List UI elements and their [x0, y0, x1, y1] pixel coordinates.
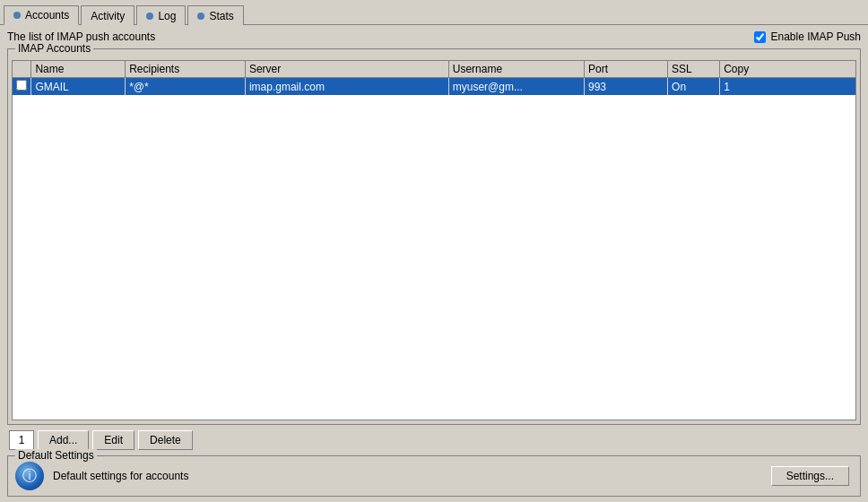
row-username: myuser@gm...	[448, 78, 584, 96]
enable-imap-push-label: Enable IMAP Push	[770, 30, 861, 43]
col-header-name: Name	[31, 61, 126, 78]
tab-stats-dot	[197, 13, 204, 20]
accounts-table-container[interactable]: Name Recipients Server Username Port SSL…	[12, 60, 856, 420]
tab-bar: Accounts Activity Log Stats	[0, 0, 868, 25]
list-description: The list of IMAP push accounts	[7, 30, 155, 43]
row-server: imap.gmail.com	[245, 78, 448, 96]
tab-stats-label: Stats	[209, 10, 233, 22]
table-header-row: Name Recipients Server Username Port SSL…	[13, 61, 855, 78]
tab-log[interactable]: Log	[136, 5, 186, 25]
top-row: The list of IMAP push accounts Enable IM…	[7, 30, 861, 43]
row-ssl: On	[668, 78, 720, 96]
settings-icon: ⓘ	[15, 462, 44, 490]
default-settings-legend: Default Settings	[15, 449, 97, 462]
account-count: 1	[9, 430, 34, 450]
tab-log-dot	[146, 13, 153, 20]
col-header-check	[13, 61, 31, 78]
imap-accounts-legend: IMAP Accounts	[15, 42, 93, 55]
tab-accounts-dot	[13, 12, 21, 19]
tab-log-label: Log	[158, 10, 176, 22]
row-name: GMAIL	[31, 78, 126, 96]
tab-activity-label: Activity	[91, 10, 125, 22]
col-header-copy: Copy	[720, 61, 855, 78]
main-content: The list of IMAP push accounts Enable IM…	[0, 25, 868, 502]
delete-button[interactable]: Delete	[138, 430, 193, 450]
row-port: 993	[584, 78, 667, 96]
settings-icon-glyph: ⓘ	[22, 467, 37, 486]
row-recipients: *@*	[126, 78, 246, 96]
imap-accounts-group: IMAP Accounts Name Recipients Server Use…	[7, 48, 861, 425]
enable-imap-push-checkbox[interactable]	[754, 31, 766, 43]
add-button[interactable]: Add...	[38, 430, 89, 450]
default-settings-description: Default settings for accounts	[53, 470, 762, 482]
tab-accounts[interactable]: Accounts	[4, 5, 79, 25]
row-check	[13, 78, 31, 96]
edit-button[interactable]: Edit	[92, 430, 135, 450]
row-checkbox[interactable]	[16, 80, 27, 91]
default-settings-box: Default Settings ⓘ Default settings for …	[7, 455, 861, 497]
tab-accounts-label: Accounts	[25, 9, 69, 22]
col-header-username: Username	[448, 61, 584, 78]
tab-stats[interactable]: Stats	[187, 5, 243, 25]
enable-imap-push-row: Enable IMAP Push	[754, 30, 861, 43]
table-row[interactable]: GMAIL *@* imap.gmail.com myuser@gm... 99…	[13, 78, 855, 96]
settings-button[interactable]: Settings...	[771, 466, 849, 486]
accounts-table: Name Recipients Server Username Port SSL…	[13, 61, 855, 95]
row-copy: 1	[720, 78, 855, 96]
col-header-port: Port	[584, 61, 667, 78]
col-header-ssl: SSL	[668, 61, 720, 78]
tab-activity[interactable]: Activity	[81, 5, 135, 25]
action-row: 1 Add... Edit Delete	[7, 430, 861, 450]
col-header-server: Server	[245, 61, 448, 78]
col-header-recipients: Recipients	[126, 61, 246, 78]
